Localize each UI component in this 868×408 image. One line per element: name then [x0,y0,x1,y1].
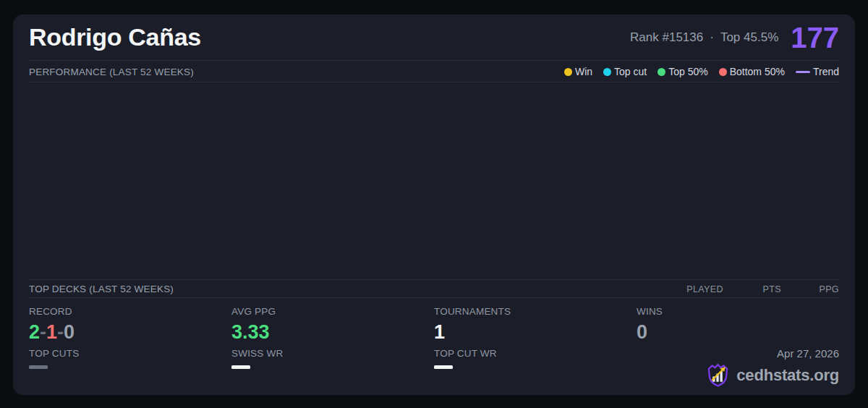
column-header-played: PLAYED [665,284,723,294]
brand-name: cedhstats.org [736,366,839,385]
tournaments-label: TOURNAMENTS [434,306,637,317]
trend-line-icon [796,71,810,73]
column-header-ppg: PPG [781,284,839,294]
swiss-wr-empty-value [231,365,250,369]
legend-item-trend: Trend [796,66,839,77]
separator-dot: · [710,30,714,45]
top-cut-wr-empty-value [434,365,453,369]
top-50-dot-icon [658,68,665,76]
player-rank: Rank #15136 [630,30,703,45]
rank-area: Rank #15136 · Top 45.5% 177 [630,23,839,52]
legend-label-top-cut: Top cut [614,66,647,77]
legend-label-trend: Trend [813,66,839,77]
avg-ppg-label: AVG PPG [231,306,434,317]
performance-section-header: PERFORMANCE (LAST 52 WEEKS) Win Top cut … [29,61,839,82]
brand: cedhstats.org [705,362,839,388]
player-stats-card: Rodrigo Cañas Rank #15136 · Top 45.5% 17… [13,14,855,395]
date-generated: Apr 27, 2026 [777,347,839,360]
record-losses: 1 [46,321,57,343]
record-dash-2: - [57,321,64,343]
top-decks-section-header: TOP DECKS (LAST 52 WEEKS) PLAYED PTS PPG [29,279,839,298]
record-wins: 2 [29,321,40,343]
top-cuts-empty-value [29,365,48,369]
performance-chart [29,82,839,279]
top-decks-heading: TOP DECKS (LAST 52 WEEKS) [29,284,174,294]
top-cut-wr-label: TOP CUT WR [434,348,637,359]
swiss-wr-label: SWISS WR [231,348,434,359]
player-top-percent: Top 45.5% [720,30,778,45]
card-footer: Apr 27, 2026 cedhstats.org [637,347,839,388]
top-cuts-label: TOP CUTS [29,348,231,359]
card-header: Rodrigo Cañas Rank #15136 · Top 45.5% 17… [29,14,839,61]
performance-heading: PERFORMANCE (LAST 52 WEEKS) [29,67,194,77]
stats-grid: RECORD AVG PPG TOURNAMENTS WINS 2-1-0 3.… [29,298,839,395]
record-dash-1: - [40,321,46,343]
wins-value: 0 [637,323,839,342]
cedhstats-shield-logo-icon [705,362,731,388]
player-score: 177 [791,23,839,52]
record-draws: 0 [64,321,75,343]
top-cut-dot-icon [603,68,611,76]
wins-label: WINS [637,306,839,317]
player-name: Rodrigo Cañas [29,23,201,51]
bottom-50-dot-icon [719,68,727,76]
chart-legend: Win Top cut Top 50% Bottom 50% Trend [564,66,839,77]
avg-ppg-value: 3.33 [231,323,434,342]
column-header-pts: PTS [723,284,781,294]
top-decks-columns: PLAYED PTS PPG [665,284,839,294]
legend-item-top-cut: Top cut [603,66,647,77]
legend-item-top-50: Top 50% [658,66,707,77]
legend-item-win: Win [564,66,592,77]
legend-label-win: Win [575,66,592,77]
legend-label-bottom-50: Bottom 50% [730,66,785,77]
legend-label-top-50: Top 50% [668,66,707,77]
legend-item-bottom-50: Bottom 50% [719,66,785,77]
win-dot-icon [564,68,572,76]
record-value: 2-1-0 [29,323,231,342]
record-label: RECORD [29,306,231,317]
tournaments-value: 1 [434,323,637,342]
